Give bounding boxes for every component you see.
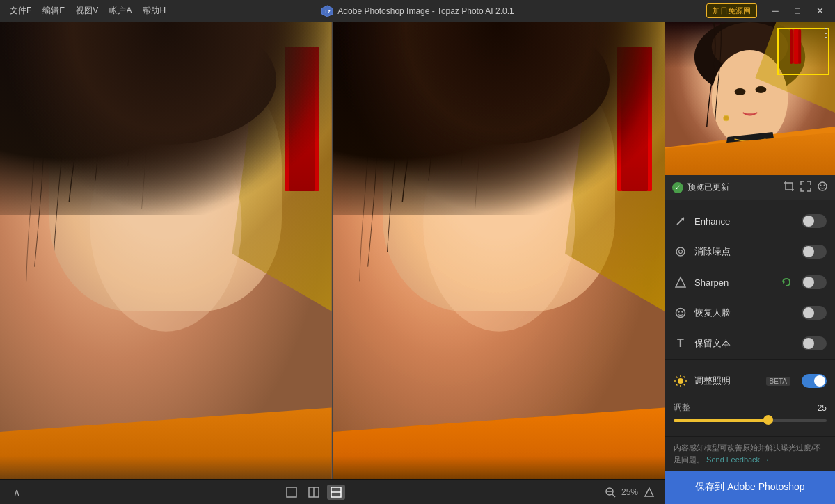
beta-badge: BETA <box>766 377 790 386</box>
adjust-slider-thumb[interactable] <box>763 415 773 425</box>
adjust-label: 调整 <box>674 402 690 414</box>
sharpen-icon <box>674 275 687 289</box>
svg-marker-16 <box>645 488 653 496</box>
denoise-toggle[interactable] <box>802 245 827 259</box>
deco-gold <box>232 22 332 311</box>
menu-edit[interactable]: 编辑E <box>38 3 69 18</box>
lighting-icon <box>674 374 687 388</box>
thumbnail-svg <box>665 22 835 175</box>
svg-point-32 <box>824 185 825 186</box>
deco-tassels-2 <box>621 47 648 191</box>
sharpen-label: Sharpen <box>694 277 774 288</box>
svg-marker-25 <box>665 127 835 175</box>
minimize-button[interactable]: ─ <box>765 4 785 18</box>
view-single-button[interactable] <box>283 485 301 500</box>
title-bar: 文件F 编辑E 视图V 帐户A 帮助H Tz Adobe Photoshop I… <box>0 0 835 22</box>
crop-action-button[interactable] <box>784 181 795 194</box>
svg-marker-26 <box>724 132 777 154</box>
svg-point-17 <box>694 22 805 95</box>
titlebar-center: Tz Adobe Photoshop Image - Topaz Photo A… <box>321 5 514 17</box>
view-split-h-button[interactable] <box>305 485 323 500</box>
original-image <box>0 22 332 504</box>
svg-rect-22 <box>790 29 793 64</box>
save-to-photoshop-button[interactable]: 保存到 Adobe Photoshop <box>665 471 835 504</box>
zoom-level: 25% <box>621 487 638 497</box>
filter-enhance: Enhance <box>665 206 835 236</box>
titlebar-right: 加日免源网 ─ □ ✕ <box>706 3 829 18</box>
text-label: 保留文本 <box>694 337 795 350</box>
svg-point-38 <box>676 309 685 318</box>
app-title: Adobe Photoshop Image - Topaz Photo AI 2… <box>337 6 514 16</box>
face-action-button[interactable] <box>817 181 828 194</box>
filter-denoise: 消除噪点 <box>665 236 835 267</box>
deco-gold-2 <box>565 22 665 311</box>
view-mode-controls <box>283 485 345 500</box>
sharpen-undo-button[interactable] <box>781 277 792 288</box>
filter-text: T 保留文本 <box>665 328 835 359</box>
split-view <box>0 22 665 504</box>
svg-line-46 <box>676 377 678 378</box>
svg-line-14 <box>612 494 615 497</box>
image-area[interactable]: ∧ 25% <box>0 22 665 504</box>
lighting-toggle[interactable] <box>802 374 827 388</box>
sharpen-toggle[interactable] <box>802 275 827 289</box>
enhance-toggle[interactable] <box>802 214 827 228</box>
svg-rect-21 <box>793 29 799 64</box>
svg-point-40 <box>681 311 683 312</box>
preview-bar: ✓ 预览已更新 <box>665 175 835 200</box>
svg-marker-36 <box>676 277 685 287</box>
svg-marker-37 <box>783 280 786 284</box>
denoise-label: 消除噪点 <box>694 245 795 258</box>
processed-image <box>333 22 665 504</box>
lighting-header: 调整照明 BETA <box>674 366 827 396</box>
menu-account[interactable]: 帐户A <box>105 3 136 18</box>
free-source-button[interactable]: 加日免源网 <box>706 3 757 18</box>
feedback-link[interactable]: Send Feedback → <box>706 455 770 464</box>
app-logo: Tz <box>321 5 333 17</box>
text-icon: T <box>674 336 687 350</box>
deco-tassels <box>289 47 315 191</box>
svg-point-6 <box>388 22 610 145</box>
more-options-button[interactable]: ⋮ <box>820 26 832 39</box>
expand-action-button[interactable] <box>800 181 811 194</box>
filter-sharpen: Sharpen <box>665 267 835 298</box>
text-toggle[interactable] <box>802 336 827 350</box>
svg-point-7 <box>429 22 568 108</box>
bottom-left: ∧ <box>8 484 25 501</box>
view-split-v-button[interactable] <box>327 485 345 500</box>
info-text: 内容感知模型可改善原始并解决曝光过度/不足问题。 Send Feedback → <box>665 436 835 471</box>
face-icon <box>674 306 687 320</box>
preview-status-text: 预览已更新 <box>687 181 729 193</box>
menu-help[interactable]: 帮助H <box>138 3 170 18</box>
bottom-bar: ∧ 25% <box>0 479 665 504</box>
zoom-out-button[interactable] <box>603 485 617 499</box>
zoom-controls: 25% <box>603 485 656 499</box>
svg-point-24 <box>724 115 729 121</box>
lighting-label: 调整照明 <box>694 375 759 387</box>
preview-status: ✓ 预览已更新 <box>672 181 729 193</box>
collapse-button[interactable]: ∧ <box>8 484 25 501</box>
svg-point-41 <box>678 378 683 384</box>
svg-point-31 <box>820 185 822 186</box>
svg-point-3 <box>55 22 276 145</box>
svg-line-47 <box>684 384 685 386</box>
close-button[interactable]: ✕ <box>810 4 829 18</box>
adjust-slider-fill <box>674 419 768 422</box>
thumbnail-image <box>665 22 835 175</box>
preview-actions <box>784 181 828 194</box>
zoom-in-button[interactable] <box>642 485 656 499</box>
svg-point-30 <box>818 182 827 190</box>
face-toggle[interactable] <box>802 306 827 320</box>
svg-point-5 <box>423 115 575 331</box>
menu-file[interactable]: 文件F <box>6 3 35 18</box>
maximize-button[interactable]: □ <box>788 4 807 18</box>
titlebar-left: 文件F 编辑E 视图V 帐户A 帮助H <box>6 3 170 18</box>
main-content: ∧ 25% <box>0 22 835 504</box>
menu-view[interactable]: 视图V <box>72 3 102 18</box>
svg-point-19 <box>712 50 788 147</box>
adjust-value: 25 <box>818 403 827 413</box>
adjust-slider[interactable] <box>674 419 827 422</box>
svg-point-28 <box>735 88 746 95</box>
svg-point-29 <box>755 86 766 93</box>
svg-point-4 <box>97 22 235 108</box>
